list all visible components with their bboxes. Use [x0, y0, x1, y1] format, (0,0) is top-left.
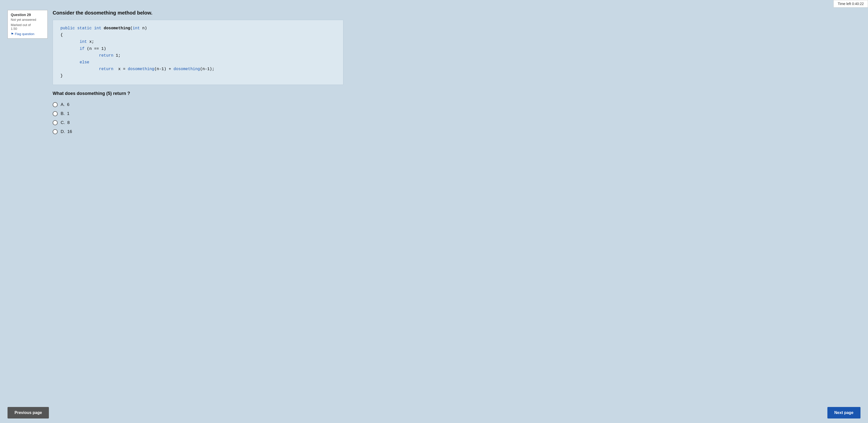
marked-out-label: Marked out of 1.50	[11, 23, 44, 31]
question-body: What does dosomething (5) return ?	[53, 91, 343, 96]
radio-c[interactable]	[53, 120, 58, 125]
option-b-label: B. 1	[61, 111, 69, 116]
code-line-3: int x;	[60, 39, 336, 45]
option-d[interactable]: D. 16	[53, 129, 343, 134]
question-num: 29	[27, 13, 31, 17]
previous-page-button[interactable]: Previous page	[7, 407, 49, 419]
code-line-8: }	[60, 73, 336, 79]
question-word: Question	[11, 13, 26, 17]
options-list: A. 6 B. 1 C. 8 D. 16	[53, 102, 343, 134]
code-line-5: return 1;	[60, 52, 336, 59]
content-area: Consider the dosomething method below. p…	[53, 10, 343, 134]
option-a[interactable]: A. 6	[53, 102, 343, 107]
option-b[interactable]: B. 1	[53, 111, 343, 116]
bottom-nav: Previous page Next page	[0, 402, 868, 423]
code-line-6: else	[60, 59, 336, 66]
code-line-4: if (n == 1)	[60, 45, 336, 52]
code-line-2: {	[60, 32, 336, 39]
code-line-1: public static int dosomething(int n)	[60, 25, 336, 32]
question-status: Not yet answered	[11, 18, 44, 22]
question-info-box: Question 29 Not yet answered Marked out …	[7, 10, 48, 39]
flag-question-button[interactable]: ⚑ Flag question	[11, 32, 44, 36]
timer: Time left 0:40:22	[833, 0, 868, 7]
option-a-label: A. 6	[61, 102, 69, 107]
code-line-7: return x = dosomething(n-1) + dosomethin…	[60, 66, 336, 73]
radio-d[interactable]	[53, 129, 58, 134]
next-page-button[interactable]: Next page	[827, 407, 861, 419]
radio-b[interactable]	[53, 111, 58, 116]
sidebar: Question 29 Not yet answered Marked out …	[7, 10, 48, 134]
flag-icon: ⚑	[11, 32, 14, 36]
question-number-label: Question 29	[11, 13, 44, 17]
option-c[interactable]: C. 8	[53, 120, 343, 125]
option-d-label: D. 16	[61, 129, 72, 134]
option-c-label: C. 8	[61, 120, 70, 125]
code-block: public static int dosomething(int n) { i…	[53, 20, 343, 85]
question-title: Consider the dosomething method below.	[53, 10, 343, 16]
timer-text: Time left 0:40:22	[838, 2, 864, 6]
radio-a[interactable]	[53, 102, 58, 107]
